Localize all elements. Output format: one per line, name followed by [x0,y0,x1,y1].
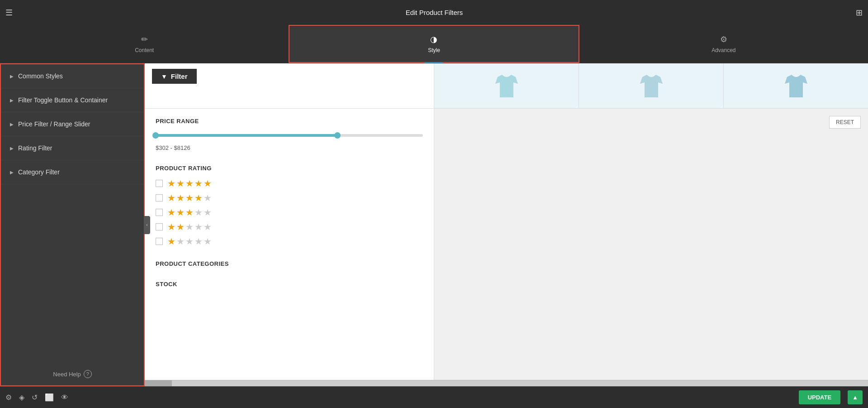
layers-icon[interactable]: ◈ [19,393,24,402]
stock-title: STOCK [156,281,423,288]
star: ★ [176,236,185,247]
rating-checkbox-5[interactable] [156,180,163,187]
rating-row-1: ★ ★ ★ ★ ★ [156,236,423,247]
filter-content: PRICE RANGE $302 - $8126 PRODUCT RATING [145,109,434,380]
product-image-2 [579,63,724,108]
star: ★ [194,236,203,247]
sidebar: ▶ Common Styles ▶ Filter Toggle Button &… [0,63,145,386]
collapse-handle[interactable]: ‹ [144,216,150,234]
tab-bar: ✏ Content ◑ Style ⚙ Advanced [0,25,868,63]
stars-1: ★ ★ ★ ★ ★ [167,236,212,247]
tab-advanced-label: Advanced [711,47,735,53]
bottom-bar: ⚙ ◈ ↺ ⬜ 👁 UPDATE ▲ [0,386,868,408]
rating-checkbox-1[interactable] [156,238,163,245]
help-icon[interactable]: ? [84,370,92,378]
stock-section: STOCK [156,281,423,288]
star: ★ [194,221,203,232]
main-layout: ▶ Common Styles ▶ Filter Toggle Button &… [0,63,868,386]
rating-checkbox-4[interactable] [156,194,163,202]
rating-row-3: ★ ★ ★ ★ ★ [156,207,423,218]
product-categories-title: PRODUCT CATEGORIES [156,260,423,267]
shirt-svg-1 [493,72,520,100]
advanced-icon: ⚙ [720,34,727,44]
product-image-1 [434,63,579,108]
star: ★ [194,192,203,203]
product-rating-title: PRODUCT RATING [156,165,423,172]
filter-button-label: Filter [171,72,188,80]
sidebar-item-filter-toggle[interactable]: ▶ Filter Toggle Button & Container [1,88,144,112]
star: ★ [167,192,175,203]
bottom-scrollbar[interactable] [145,380,868,386]
need-help-label: Need Help [53,371,81,378]
content-area: ▼ Filter [145,63,868,386]
filter-panel: PRICE RANGE $302 - $8126 PRODUCT RATING [145,109,868,380]
sidebar-items: ▶ Common Styles ▶ Filter Toggle Button &… [1,64,144,363]
rating-row-4: ★ ★ ★ ★ ★ [156,192,423,203]
product-categories-section: PRODUCT CATEGORIES [156,260,423,267]
star: ★ [204,178,212,189]
rating-row-2: ★ ★ ★ ★ ★ [156,221,423,232]
star: ★ [185,236,194,247]
responsive-icon[interactable]: ⬜ [45,393,54,402]
star: ★ [194,207,203,218]
product-strip: ▼ Filter [145,63,868,109]
product-rating-section: PRODUCT RATING ★ ★ ★ ★ ★ [156,165,423,247]
page-title: Edit Product Filters [13,9,856,16]
sidebar-item-category-filter-label: Category Filter [18,168,60,176]
sidebar-item-price-filter-label: Price Filter / Range Slider [18,120,90,128]
star: ★ [204,207,212,218]
star: ★ [167,236,175,247]
sidebar-item-price-filter[interactable]: ▶ Price Filter / Range Slider [1,112,144,136]
stars-2: ★ ★ ★ ★ ★ [167,221,212,232]
arrow-icon: ▶ [10,170,14,175]
reset-button[interactable]: RESET [829,116,861,129]
hamburger-icon[interactable]: ☰ [5,8,13,18]
star: ★ [194,178,203,189]
tab-style-label: Style [428,47,440,53]
slider-fill [156,134,337,137]
rating-checkbox-3[interactable] [156,209,163,216]
star: ★ [204,192,212,203]
stars-4: ★ ★ ★ ★ ★ [167,192,212,203]
star: ★ [176,221,185,232]
filter-funnel-icon: ▼ [161,73,167,80]
stars-5: ★ ★ ★ ★ ★ [167,178,212,189]
style-icon: ◑ [430,34,437,44]
update-arrow-button[interactable]: ▲ [848,390,863,404]
shirt-svg-3 [783,72,810,100]
tab-style[interactable]: ◑ Style [289,25,579,63]
tab-advanced[interactable]: ⚙ Advanced [579,25,868,63]
price-range-slider[interactable] [156,131,423,140]
tab-content[interactable]: ✏ Content [0,25,289,63]
star: ★ [167,207,175,218]
arrow-icon: ▶ [10,74,14,79]
sidebar-item-category-filter[interactable]: ▶ Category Filter [1,160,144,184]
star: ★ [204,221,212,232]
sidebar-item-common-styles-label: Common Styles [18,72,63,80]
star: ★ [185,221,194,232]
settings-icon[interactable]: ⚙ [5,393,12,402]
sidebar-item-rating-filter[interactable]: ▶ Rating Filter [1,136,144,160]
preview-icon[interactable]: 👁 [61,394,68,402]
rating-checkbox-2[interactable] [156,223,163,230]
arrow-icon: ▶ [10,146,14,151]
star: ★ [176,178,185,189]
slider-thumb-right[interactable] [334,132,341,139]
top-bar: ☰ Edit Product Filters ⊞ [0,0,868,25]
history-icon[interactable]: ↺ [32,393,38,402]
grid-icon[interactable]: ⊞ [856,8,863,18]
update-button[interactable]: UPDATE [799,390,840,404]
scrollbar-thumb[interactable] [145,380,172,386]
sidebar-item-rating-filter-label: Rating Filter [18,144,52,152]
filter-button[interactable]: ▼ Filter [152,69,197,84]
star: ★ [167,221,175,232]
star: ★ [185,207,194,218]
content-icon: ✏ [141,34,148,44]
sidebar-help: Need Help ? [1,363,144,385]
stars-3: ★ ★ ★ ★ ★ [167,207,212,218]
filter-button-area: ▼ Filter [145,63,434,108]
star: ★ [167,178,175,189]
star: ★ [176,207,185,218]
slider-thumb-left[interactable] [152,132,159,139]
sidebar-item-common-styles[interactable]: ▶ Common Styles [1,64,144,88]
